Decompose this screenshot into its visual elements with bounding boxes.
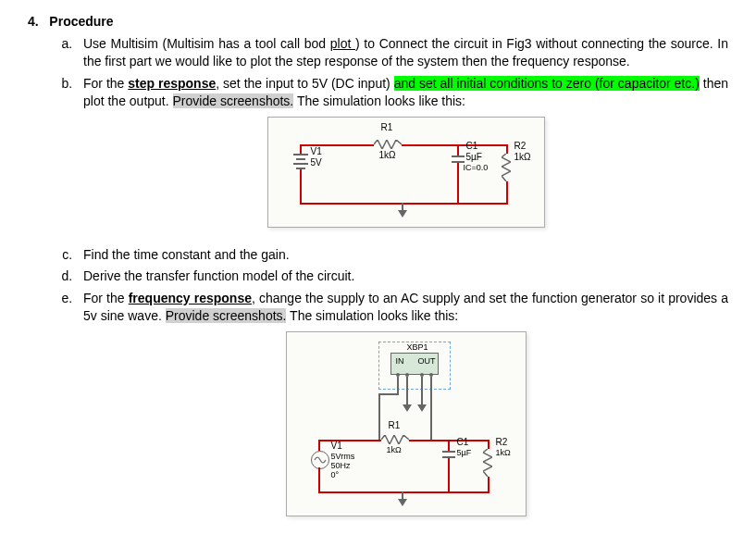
item-e-text1: For the <box>83 291 129 305</box>
r2-value-ac: 1kΩ <box>496 447 511 459</box>
item-a: Use Multisim (Multisim has a tool call b… <box>76 35 728 71</box>
r1-value-ac: 1kΩ <box>387 444 402 456</box>
item-d: Derive the transfer function model of th… <box>76 267 728 286</box>
item-c-text: Find the time constant and the gain. <box>83 247 290 262</box>
figure-step-response: R1 1kΩ V1 5V C1 5µF IC=0.0 R2 1kΩ <box>83 117 728 233</box>
r2-symbol-ac <box>483 449 492 477</box>
r1-symbol <box>374 140 402 149</box>
item-b-text2: , set the input to 5V (DC input) <box>216 76 393 91</box>
item-b-text1: For the <box>83 76 128 91</box>
ac-source-symbol <box>311 451 329 469</box>
r2-symbol <box>502 154 511 181</box>
item-b-step-response: step response <box>128 76 216 91</box>
figure-freq-response: XBP1 IN OUT <box>83 331 728 522</box>
r1-symbol-ac <box>381 435 409 444</box>
item-b-text4: The simulation looks like this: <box>293 93 465 108</box>
figure-step-response-inner: R1 1kΩ V1 5V C1 5µF IC=0.0 R2 1kΩ <box>267 117 545 228</box>
v1-l3: 0° <box>331 469 340 481</box>
figure-freq-response-inner: XBP1 IN OUT <box>286 331 527 516</box>
circuit-ac: XBP1 IN OUT <box>291 336 522 512</box>
bode-name: XBP1 <box>407 342 428 354</box>
item-c: Find the time constant and the gain. <box>76 246 728 265</box>
item-b-highlight-green: and set all initial conditions to zero (… <box>394 76 700 91</box>
section-heading: 4. Procedure <box>28 13 728 31</box>
r1-value: 1kΩ <box>379 149 396 162</box>
c1-ic: IC=0.0 <box>464 162 489 174</box>
item-e: For the frequency response, change the s… <box>76 290 728 522</box>
item-e-text3: The simulation looks like this: <box>286 308 458 323</box>
r2-value: 1kΩ <box>514 151 531 164</box>
item-d-text: Derive the transfer function model of th… <box>83 268 354 283</box>
item-e-highlight-grey: Provide screenshots. <box>166 308 287 323</box>
item-b-highlight-grey: Provide screenshots. <box>173 93 294 108</box>
section-title: Procedure <box>49 14 113 29</box>
section-number: 4. <box>28 14 39 29</box>
r1-name-ac: R1 <box>389 419 401 432</box>
v1-value: 5V <box>311 156 322 169</box>
item-e-freq-response: frequency response <box>129 291 252 305</box>
r1-name: R1 <box>381 121 393 134</box>
procedure-list: Use Multisim (Multisim has a tool call b… <box>28 35 728 522</box>
c1-value-ac: 5µF <box>457 447 472 459</box>
bode-out: OUT <box>418 355 436 367</box>
bode-in: IN <box>396 355 404 367</box>
item-a-link: plot <box>330 36 355 51</box>
item-b: For the step response, set the input to … <box>76 75 728 233</box>
item-a-text1: Use Multisim (Multisim has a tool call b… <box>83 36 330 51</box>
circuit-dc: R1 1kΩ V1 5V C1 5µF IC=0.0 R2 1kΩ <box>272 121 540 223</box>
